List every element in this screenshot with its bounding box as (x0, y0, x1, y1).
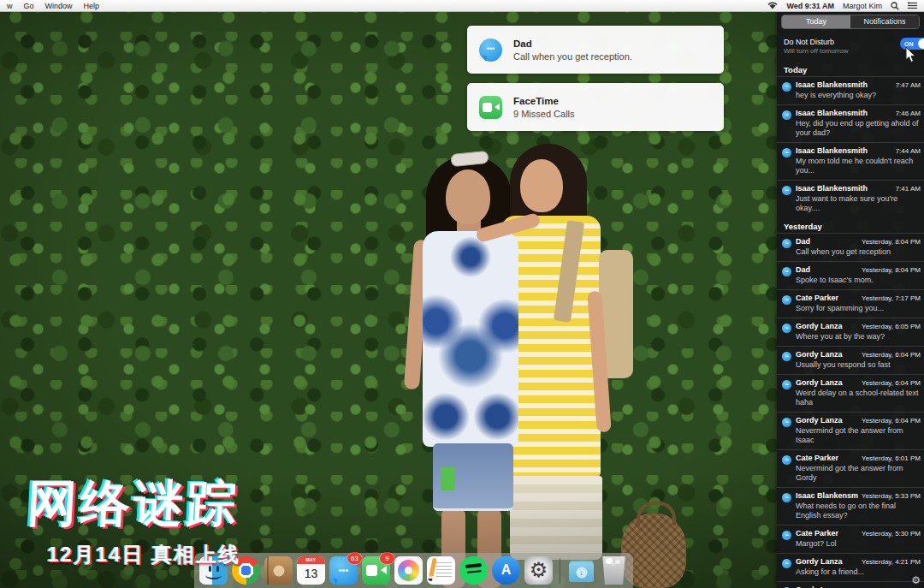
person-right-skirt (510, 476, 602, 560)
notification-row[interactable]: Isaac Blankensmith 7:46 AM Hey, did you … (777, 104, 924, 142)
person-right-face (520, 159, 563, 212)
notification-row[interactable]: Gordy Lanza Yesterday, 6:04 PM Nevermind… (777, 412, 924, 449)
notification-preview: Nevermind got the answer from Isaac (796, 426, 921, 445)
notification-sender: Cate Parker (796, 454, 838, 463)
menu-user-name[interactable]: Margot Kim (843, 2, 882, 10)
notification-row[interactable]: Isaac Blankensmith 7:47 AM hey is everyt… (777, 76, 924, 104)
messages-bubble-icon (782, 148, 791, 157)
notification-row[interactable]: Cate Parker Yesterday, 5:30 PM Margot? L… (777, 525, 924, 553)
notification-time: Yesterday, 4:21 PM (862, 557, 921, 567)
notification-preview: Weird delay on a school-related text hah… (796, 389, 921, 407)
wifi-icon[interactable] (767, 2, 778, 9)
notification-preview: Just want to make sure you're okay.... (796, 194, 921, 213)
messages-bubble-icon (782, 324, 791, 333)
notification-section-header: Yesterday (777, 217, 924, 233)
dock-item-textedit-icon[interactable] (427, 556, 455, 585)
dock-item-trash-icon[interactable] (600, 556, 628, 585)
dnd-title: Do Not Disturb (784, 37, 917, 47)
menu-bar: w Go Window Help Wed 9:31 AM Margot Kim (0, 0, 924, 12)
dock-item-calendar-icon[interactable] (297, 556, 325, 585)
movie-title: 网络谜踪 (26, 476, 240, 531)
dnd-subtitle: Will turn off tomorrow (784, 47, 917, 56)
messages-bubble-icon (782, 559, 791, 568)
notification-sender: Isaac Blankensmith (796, 146, 868, 156)
notification-time: 7:41 AM (896, 184, 921, 193)
dock-item-messages-icon[interactable]: 63 (329, 556, 358, 585)
messages-icon (479, 39, 502, 62)
dock-item-sysprefs-icon[interactable] (524, 556, 553, 585)
banner-body: Call when you get reception. (513, 50, 632, 62)
menu-item-help[interactable]: Help (84, 2, 100, 10)
notification-row[interactable]: Gordy Lanza Yesterday, 6:04 PM Usually y… (777, 346, 924, 374)
dock: 639 (194, 553, 633, 588)
dock-item-facetime-icon[interactable]: 9 (362, 556, 390, 585)
banner-stack: Dad Call when you get reception. FaceTim… (467, 26, 724, 131)
dock-item-contacts-icon[interactable] (264, 556, 293, 585)
dnd-toggle[interactable]: ON (900, 38, 924, 50)
menu-item-window[interactable]: Window (45, 2, 73, 10)
backpack-strap (554, 220, 584, 323)
dock-item-downloads-icon[interactable] (567, 556, 595, 585)
notification-center-panel: Today Notifications Do Not Disturb Will … (777, 11, 924, 588)
notification-row[interactable]: Dad Yesterday, 8:04 PM Call when you get… (777, 233, 924, 261)
notification-row[interactable]: Dad Yesterday, 8:04 PM Spoke to Isaac's … (777, 261, 924, 289)
notification-settings-gear-icon[interactable]: ⚙ (911, 575, 921, 585)
notification-preview: What needs to go on the final English es… (796, 502, 921, 520)
notification-time: Yesterday, 6:04 PM (862, 378, 921, 388)
banner-messages-dad[interactable]: Dad Call when you get reception. (467, 26, 724, 74)
movie-release-subtitle: 12月14日 真相上线 (47, 541, 240, 568)
dock-item-photos-icon[interactable] (394, 556, 423, 585)
messages-bubble-icon (782, 267, 791, 276)
notification-row[interactable]: Isaac Blankensmith 7:44 AM My mom told m… (777, 142, 924, 180)
notification-sender: Gordy Lanza (796, 378, 843, 388)
notification-time: Yesterday, 6:05 PM (862, 322, 921, 331)
notification-row[interactable]: Gordy Lanza Yesterday, 6:05 PM Where you… (777, 318, 924, 346)
facetime-icon (479, 96, 502, 119)
menu-item-go[interactable]: Go (24, 2, 34, 10)
notification-time: 7:44 AM (896, 146, 921, 156)
banner-title: FaceTime (513, 95, 575, 108)
notification-sender: Dad (796, 265, 810, 275)
notification-sender: Gordy Lanza (796, 322, 843, 331)
menu-clock[interactable]: Wed 9:31 AM (786, 2, 834, 10)
dock-item-spotify-icon[interactable] (459, 556, 488, 585)
person-right-arm (587, 291, 611, 433)
notification-row[interactable]: Isaac Blankensmith Yesterday, 5:33 PM Wh… (777, 487, 924, 525)
messages-bubble-icon (782, 110, 791, 120)
notification-list: Today Isaac Blankensmith 7:47 AM hey is … (777, 61, 924, 588)
notification-row[interactable]: Cate Parker Yesterday, 6:01 PM Nevermind… (777, 449, 924, 487)
dock-item-appstore-icon[interactable] (492, 556, 520, 585)
notification-time: Yesterday, 8:04 PM (862, 237, 921, 246)
messages-bubble-icon (782, 380, 791, 389)
notification-section-header: Today (777, 61, 924, 76)
notification-preview: Spoke to Isaac's mom. (796, 276, 921, 285)
notification-time: 7:46 AM (896, 109, 921, 118)
notification-row[interactable]: Cate Parker Yesterday, 7:17 PM Sorry for… (777, 289, 924, 318)
notification-preview: Call when you get reception (796, 247, 921, 257)
notification-sender: Cate Parker (796, 529, 838, 538)
notification-row[interactable]: Isaac Blankensmith 7:41 AM Just want to … (777, 180, 924, 217)
notification-sender: Isaac Blankensmith (796, 80, 868, 90)
banner-title: Dad (513, 38, 632, 50)
desktop-screen: w Go Window Help Wed 9:31 AM Margot Kim … (0, 0, 924, 588)
messages-bubble-icon (782, 455, 791, 465)
notification-time: Yesterday, 6:04 PM (862, 416, 921, 425)
notification-preview: Where you at by the way? (796, 332, 921, 342)
menu-item-clipped[interactable]: w (7, 2, 13, 10)
tab-today[interactable]: Today (782, 15, 850, 28)
notification-sender: Cate Parker (796, 294, 838, 303)
messages-bubble-icon (782, 418, 791, 427)
notification-center-icon[interactable] (908, 2, 917, 9)
green-phone (441, 467, 455, 490)
banner-facetime[interactable]: FaceTime 9 Missed Calls (467, 83, 724, 131)
notification-row[interactable]: Gordy Lanza Yesterday, 4:21 PM Asking fo… (777, 553, 924, 581)
tab-notifications[interactable]: Notifications (850, 15, 919, 28)
notification-row[interactable]: Gordy Lanza Yesterday, 4:21 PM Hey, does… (777, 581, 924, 588)
person-left-tiedye-top (423, 231, 518, 447)
menu-items: w Go Window Help (7, 2, 99, 10)
notification-preview: hey is everything okay? (796, 91, 921, 100)
notification-row[interactable]: Gordy Lanza Yesterday, 6:04 PM Weird del… (777, 374, 924, 412)
notification-badge: 63 (347, 553, 362, 564)
notification-preview: Hey, did you end up getting ahold of you… (796, 119, 921, 138)
search-icon[interactable] (891, 2, 899, 10)
